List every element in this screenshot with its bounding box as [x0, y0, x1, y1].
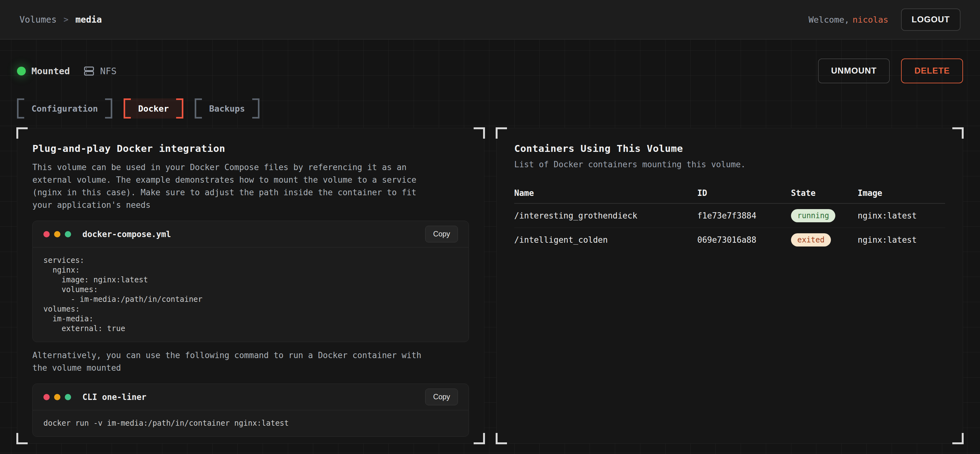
mounted-status-dot-icon [17, 67, 26, 75]
table-row: /intelligent_colden 069e73016a88 exited … [514, 228, 945, 251]
breadcrumb: Volumes > media [19, 14, 102, 25]
logout-button[interactable]: LOGOUT [901, 8, 961, 31]
col-header-state: State [791, 188, 858, 198]
panel-corner [496, 433, 507, 444]
fs-type-label: NFS [100, 66, 116, 76]
mounted-status: Mounted [17, 66, 70, 76]
panel-corner [16, 433, 28, 444]
col-header-id: ID [697, 188, 791, 198]
mounted-label: Mounted [32, 66, 70, 76]
welcome-text: Welcome,nicolas [808, 15, 888, 24]
container-image: nginx:latest [858, 211, 945, 221]
tab-configuration[interactable]: Configuration [17, 98, 112, 119]
cli-code-block: CLI one-liner Copy docker run -v im-medi… [32, 384, 469, 437]
window-dot-yellow-icon [54, 231, 60, 237]
col-header-image: Image [858, 188, 945, 198]
volume-actions: UNMOUNT DELETE [818, 59, 963, 83]
compose-code-header: docker-compose.yml Copy [33, 221, 469, 248]
tab-docker[interactable]: Docker [124, 98, 183, 119]
unmount-button[interactable]: UNMOUNT [818, 59, 890, 83]
tab-backups[interactable]: Backups [195, 98, 259, 119]
window-dot-yellow-icon [54, 394, 60, 400]
window-dot-green-icon [65, 231, 71, 237]
container-image: nginx:latest [858, 235, 945, 244]
window-dots [43, 231, 71, 237]
volume-status: Mounted NFS [17, 66, 117, 76]
panel-corner [496, 127, 507, 139]
table-row: /interesting_grothendieck f1e73e7f3884 r… [514, 204, 945, 228]
state-badge: exited [791, 233, 831, 246]
containers-panel-title: Containers Using This Volume [514, 143, 945, 154]
container-name: /interesting_grothendieck [514, 211, 697, 221]
containers-panel-subtitle: List of Docker containers mounting this … [514, 160, 945, 169]
compose-code-block: docker-compose.yml Copy services: nginx:… [32, 221, 469, 342]
cli-title: CLI one-liner [83, 392, 146, 402]
welcome-prefix: Welcome, [808, 15, 850, 24]
containers-table-header: Name ID State Image [514, 183, 945, 204]
compose-code: services: nginx: image: nginx:latest vol… [33, 248, 469, 342]
container-id: f1e73e7f3884 [697, 211, 791, 221]
compose-filename: docker-compose.yml [83, 230, 171, 239]
container-name: /intelligent_colden [514, 235, 697, 244]
window-dot-red-icon [43, 394, 50, 400]
panel-corner [952, 127, 964, 139]
window-dot-green-icon [65, 394, 71, 400]
breadcrumb-current-volume: media [75, 14, 102, 25]
docker-integration-panel: Plug-and-play Docker integration This vo… [17, 128, 484, 444]
status-row: Mounted NFS UNMOUNT DELETE [17, 40, 963, 83]
server-icon [84, 66, 94, 76]
filesystem-type: NFS [84, 66, 116, 76]
panel-corner [474, 433, 485, 444]
tabs: Configuration Docker Backups [17, 98, 963, 119]
panels: Plug-and-play Docker integration This vo… [17, 128, 963, 444]
breadcrumb-volumes-link[interactable]: Volumes [19, 14, 57, 25]
docker-panel-description: This volume can be used in your Docker C… [32, 161, 469, 211]
copy-cli-button[interactable]: Copy [425, 389, 458, 405]
window-dots [43, 394, 71, 400]
containers-table: Name ID State Image /interesting_grothen… [514, 183, 945, 251]
main-content: Mounted NFS UNMOUNT DELETE Configuration… [0, 40, 980, 454]
panel-corner [474, 127, 485, 139]
col-header-name: Name [514, 188, 697, 198]
container-id: 069e73016a88 [697, 235, 791, 244]
chevron-right-icon: > [64, 15, 68, 24]
docker-panel-title: Plug-and-play Docker integration [32, 143, 469, 154]
topbar-right: Welcome,nicolas LOGOUT [808, 8, 961, 31]
top-bar: Volumes > media Welcome,nicolas LOGOUT [0, 0, 980, 40]
window-dot-red-icon [43, 231, 50, 237]
containers-panel: Containers Using This Volume List of Doc… [496, 128, 963, 444]
copy-compose-button[interactable]: Copy [425, 226, 458, 243]
username: nicolas [853, 15, 888, 24]
cli-alternative-text: Alternatively, you can use the following… [32, 349, 469, 374]
delete-button[interactable]: DELETE [901, 59, 963, 83]
state-badge: running [791, 209, 835, 222]
cli-code: docker run -v im-media:/path/in/containe… [33, 410, 469, 437]
panel-corner [952, 433, 964, 444]
cli-code-header: CLI one-liner Copy [33, 384, 469, 410]
panel-corner [16, 127, 28, 139]
